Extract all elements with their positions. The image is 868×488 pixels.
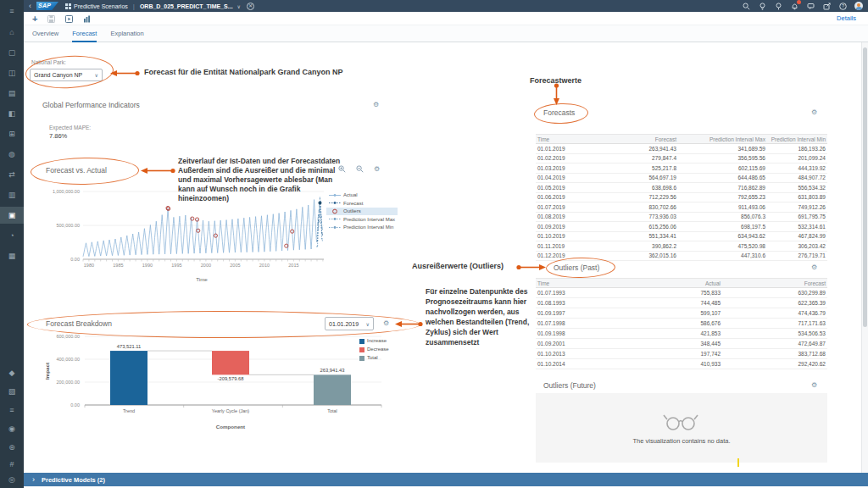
table-row[interactable]: 01.11.2019390,862.2475,520.98306,203.42 <box>536 241 827 252</box>
save-button[interactable] <box>47 11 55 26</box>
nav-notes-icon[interactable]: ≡ <box>0 402 24 419</box>
table-row[interactable]: 01.10.2019551,334.41634,943.62467,824.99 <box>536 232 827 242</box>
national-park-select[interactable]: Grand Canyon NP ∨ <box>30 69 103 81</box>
table-header-row: TimeActualForecast <box>536 278 827 288</box>
table-cell: 263,941.43 <box>625 146 678 152</box>
column-header[interactable]: Prediction Interval Min <box>767 136 827 142</box>
discussion-icon[interactable] <box>806 2 815 10</box>
svg-text:0.00: 0.00 <box>70 257 80 262</box>
legend-item[interactable]: Total <box>359 354 389 362</box>
details-link[interactable]: Details <box>837 14 856 22</box>
nav-recents-icon[interactable]: ◔ <box>0 227 24 244</box>
table-row[interactable]: 01.09.2001348,445472,649.87 <box>536 339 827 349</box>
smart-assist-icon[interactable] <box>774 2 782 10</box>
share-icon[interactable] <box>822 2 831 10</box>
gpi-settings-gear-icon[interactable]: ⚙ <box>373 101 379 108</box>
scrollbar-thumb[interactable] <box>863 47 867 327</box>
help-icon[interactable]: ? <box>838 2 847 10</box>
fva-settings-gear-icon[interactable]: ⚙ <box>374 165 380 173</box>
add-button[interactable]: + <box>32 14 37 23</box>
nav-modeler-icon[interactable]: ▥ <box>0 186 24 203</box>
table-row[interactable]: 01.12.2019362,015.16447,310.6276,719.71 <box>536 252 827 262</box>
table-row[interactable]: 01.09.2019615,256.06698,197.5532,314.61 <box>536 222 827 232</box>
outliers-past-settings-gear-icon[interactable]: ⚙ <box>811 263 817 271</box>
breakdown-date-select[interactable]: 01.01.2019 ∨ <box>325 317 374 330</box>
legend-item[interactable]: Decrease <box>359 346 389 353</box>
nav-calendar-icon[interactable]: ▦ <box>0 247 24 264</box>
table-row[interactable]: 01.08.1993744,485622,365.39 <box>536 298 827 308</box>
run-button[interactable] <box>65 11 73 26</box>
svg-text:Component: Component <box>216 424 245 430</box>
expand-chevron-icon[interactable]: › <box>32 475 35 484</box>
decline-icon[interactable]: ✕ <box>247 3 254 10</box>
chart-view-icon[interactable] <box>83 11 91 26</box>
table-row[interactable]: 01.05.2019638,698.6716,862.89556,534.32 <box>536 183 827 193</box>
legend-item[interactable]: Increase <box>359 337 389 345</box>
nav-presentations-icon[interactable]: ◧ <box>0 105 24 122</box>
outliers-future-settings-gear-icon[interactable]: ⚙ <box>811 381 817 389</box>
national-park-value: Grand Canyon NP <box>34 72 82 78</box>
table-row[interactable]: 01.02.2019279,847.4356,595.56201,099.24 <box>536 154 827 164</box>
nav-files-icon[interactable]: ◫ <box>0 64 24 81</box>
table-cell: 01.01.2019 <box>536 146 625 152</box>
table-row[interactable]: 01.03.2019525,217.8602,115.69444,319.92 <box>536 164 827 174</box>
predictive-models-bar[interactable]: › Predictive Models (2) <box>24 473 868 486</box>
column-header[interactable]: Time <box>536 280 637 286</box>
nav-predictive-scenarios-icon[interactable]: ▣ <box>0 207 24 224</box>
product-breadcrumb[interactable]: Predictive Scenarios <box>65 3 128 9</box>
vertical-scrollbar[interactable] <box>861 42 868 473</box>
nav-tools-icon[interactable]: ◆ <box>0 364 24 381</box>
nav-datasets-icon[interactable]: ◍ <box>0 146 24 163</box>
table-row[interactable]: 01.01.2019263,941.43341,689.59186,193.26 <box>536 144 827 154</box>
legend-item[interactable]: Outliers <box>326 208 398 215</box>
table-row[interactable]: 01.07.1998586,676717,171.63 <box>536 319 827 329</box>
table-row[interactable]: 01.10.2013197,742383,712.68 <box>536 349 827 359</box>
document-title[interactable]: ORB_D_025_PREDICT_TIME_S... <box>140 3 233 9</box>
tab-explanation[interactable]: Explanation <box>110 25 143 42</box>
nav-menu-icon[interactable]: ≡ <box>0 3 24 19</box>
tab-overview[interactable]: Overview <box>32 25 58 42</box>
zoom-out-icon[interactable] <box>356 165 364 175</box>
expected-mape-value: 7.86% <box>49 132 67 140</box>
nav-business-content-icon[interactable]: ▤ <box>0 85 24 102</box>
nav-data-flows-icon[interactable]: ⇄ <box>0 166 24 183</box>
column-header[interactable]: Time <box>536 136 625 142</box>
annotation-fva-title: Zeitverlauf der Ist-Daten und der Foreca… <box>178 157 349 166</box>
table-row[interactable]: 01.09.1997599,107474,436.79 <box>536 308 827 319</box>
column-header[interactable]: Prediction Interval Max <box>678 136 767 142</box>
user-avatar[interactable] <box>854 2 863 10</box>
table-row[interactable]: 01.09.1998421,853534,506.53 <box>536 329 827 339</box>
column-header[interactable]: Actual <box>637 280 722 286</box>
nav-stories-icon[interactable]: ▢ <box>0 44 24 61</box>
insight-icon[interactable] <box>758 2 766 10</box>
column-header[interactable]: Forecast <box>625 136 678 142</box>
legend-item[interactable]: Prediction Interval Min <box>326 224 398 231</box>
annotation-fva-body: Außerdem sind die Ausreißer und die mini… <box>178 166 335 202</box>
table-row[interactable]: 01.07.1993755,833630,299.89 <box>536 288 827 298</box>
glasses-icon <box>663 412 700 432</box>
column-header[interactable]: Forecast <box>722 280 827 286</box>
nav-settings-icon[interactable]: ⊛ <box>0 439 24 456</box>
table-row[interactable]: 01.10.2014410,933292,420.62 <box>536 359 827 369</box>
back-icon[interactable]: ‹ <box>29 2 31 10</box>
svg-text:1980: 1980 <box>84 263 94 268</box>
search-icon[interactable] <box>742 2 750 10</box>
legend-item[interactable]: Prediction Interval Max <box>326 216 398 224</box>
nav-info-icon[interactable]: ◎ <box>0 471 24 488</box>
tab-forecast[interactable]: Forecast <box>72 25 97 42</box>
nav-objects-icon[interactable]: # <box>0 456 24 473</box>
chevron-down-icon: ∨ <box>95 72 98 78</box>
nav-home-icon[interactable]: ⌂ <box>0 24 24 41</box>
table-row[interactable]: 01.07.2019830,702.66911,493.06749,912.26 <box>536 202 827 213</box>
table-row[interactable]: 01.04.2019564,697.19644,486.65484,907.72 <box>536 174 827 184</box>
table-cell: 749,912.26 <box>767 204 827 210</box>
chevron-down-icon[interactable]: ∨ <box>237 3 241 9</box>
nav-profile-icon[interactable]: ◉ <box>0 420 24 437</box>
notifications-bell-icon[interactable] <box>790 2 798 10</box>
nav-applications-icon[interactable]: ⊞ <box>0 125 24 142</box>
table-row[interactable]: 01.08.2019773,936.03856,076.3691,795.75 <box>536 213 827 223</box>
nav-media-icon[interactable]: ▧ <box>0 383 24 400</box>
breakdown-settings-gear-icon[interactable]: ⚙ <box>383 319 389 327</box>
table-row[interactable]: 01.06.2019712,229.56792,655.23631,803.89 <box>536 193 827 203</box>
forecasts-settings-gear-icon[interactable]: ⚙ <box>811 108 817 116</box>
